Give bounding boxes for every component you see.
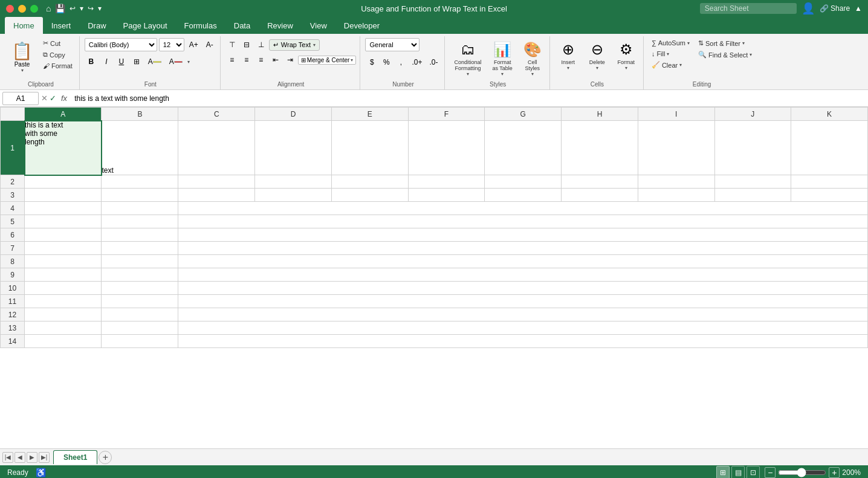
cell-b11[interactable] (102, 295, 178, 308)
cell-c10[interactable] (178, 282, 868, 295)
cell-c12[interactable] (178, 308, 868, 321)
cell-c7[interactable] (178, 242, 868, 255)
wrap-text-dropdown-icon[interactable]: ▾ (313, 42, 316, 48)
format-cell-dropdown[interactable]: ▾ (625, 65, 627, 71)
tab-insert[interactable]: Insert (43, 17, 80, 34)
cell-c6[interactable] (178, 228, 868, 242)
sheet-nav-last[interactable]: ▶| (39, 452, 50, 463)
cell-g1[interactable] (485, 121, 562, 175)
cell-e1[interactable] (331, 121, 408, 175)
nav-back-icon[interactable]: ⌂ (46, 4, 51, 13)
row-header-8[interactable]: 8 (1, 255, 25, 268)
cell-g3[interactable] (485, 189, 562, 202)
col-header-d[interactable]: D (255, 108, 332, 121)
row-header-12[interactable]: 12 (1, 308, 25, 321)
user-icon[interactable]: 👤 (802, 2, 815, 15)
percent-button[interactable]: % (380, 56, 393, 69)
cell-c11[interactable] (178, 295, 868, 308)
delete-button[interactable]: ⊖ Delete ▾ (584, 38, 611, 74)
cell-h1[interactable] (562, 121, 638, 175)
window-controls[interactable]: ⌂ 💾 ↩ ▾ ↪ ▾ (6, 4, 102, 13)
currency-button[interactable]: $ (365, 56, 378, 69)
cell-h3[interactable] (562, 189, 638, 202)
wrap-text-button[interactable]: ↵ Wrap Text ▾ (269, 39, 320, 51)
cell-j2[interactable] (714, 175, 791, 189)
cell-c14[interactable] (178, 335, 868, 348)
cell-d1[interactable] (255, 121, 332, 175)
row-header-5[interactable]: 5 (1, 215, 25, 228)
tab-data[interactable]: Data (225, 17, 259, 34)
sheet-tab-sheet1[interactable]: Sheet1 (53, 450, 97, 464)
cell-d2[interactable] (255, 175, 332, 189)
font-color-button[interactable]: A (166, 55, 186, 68)
save-icon[interactable]: 💾 (55, 4, 65, 13)
sheet-nav-prev[interactable]: ◀ (15, 452, 25, 463)
fill-color-button[interactable]: A (145, 55, 164, 68)
autosum-dropdown[interactable]: ▾ (687, 40, 690, 46)
cell-b5[interactable] (102, 215, 178, 228)
paste-dropdown-icon[interactable]: ▾ (21, 68, 24, 73)
row-header-9[interactable]: 9 (1, 268, 25, 282)
insert-button[interactable]: ⊕ Insert ▾ (555, 38, 581, 74)
font-family-select[interactable]: Calibri (Body) (85, 38, 157, 51)
cell-j3[interactable] (714, 189, 791, 202)
col-header-e[interactable]: E (331, 108, 408, 121)
row-header-13[interactable]: 13 (1, 321, 25, 335)
delete-dropdown[interactable]: ▾ (596, 65, 598, 71)
cell-b6[interactable] (102, 228, 178, 242)
tab-review[interactable]: Review (259, 17, 302, 34)
fill-dropdown[interactable]: ▾ (667, 51, 669, 57)
increase-font-size-button[interactable]: A+ (186, 38, 201, 51)
minimize-button[interactable] (18, 5, 26, 13)
cell-styles-dropdown[interactable]: ▾ (531, 71, 534, 77)
page-layout-view-button[interactable]: ▤ (731, 466, 745, 478)
cell-b4[interactable] (102, 202, 178, 215)
italic-button[interactable]: I (100, 55, 113, 68)
cell-styles-button[interactable]: 🎨 CellStyles ▾ (519, 38, 546, 80)
cell-f2[interactable] (408, 175, 485, 189)
cell-a9[interactable] (25, 268, 102, 282)
share-label[interactable]: 🔗 Share (820, 4, 850, 13)
collapse-ribbon-icon[interactable]: ▲ (855, 4, 862, 13)
cell-j1[interactable] (714, 121, 791, 175)
cell-c1[interactable] (178, 121, 255, 175)
cell-e2[interactable] (331, 175, 408, 189)
cell-k2[interactable] (791, 175, 868, 189)
cell-b12[interactable] (102, 308, 178, 321)
cell-a5[interactable] (25, 215, 102, 228)
cell-c5[interactable] (178, 215, 868, 228)
increase-decimal-button[interactable]: .0+ (409, 56, 425, 69)
cell-k1[interactable] (791, 121, 868, 175)
merge-dropdown-icon[interactable]: ▾ (351, 57, 353, 63)
cell-b10[interactable] (102, 282, 178, 295)
conditional-formatting-dropdown[interactable]: ▾ (467, 71, 469, 77)
add-sheet-button[interactable]: + (99, 451, 112, 464)
increase-indent-button[interactable]: ⇥ (283, 53, 297, 66)
col-header-j[interactable]: J (714, 108, 791, 121)
align-left-button[interactable]: ≡ (225, 53, 239, 66)
formula-input[interactable] (72, 92, 866, 105)
cell-b8[interactable] (102, 255, 178, 268)
cell-c2[interactable] (178, 175, 255, 189)
bold-button[interactable]: B (85, 55, 98, 68)
search-input[interactable] (700, 3, 797, 14)
cut-button[interactable]: ✂ Cut (40, 38, 76, 48)
close-button[interactable] (6, 5, 14, 13)
find-select-dropdown[interactable]: ▾ (750, 52, 752, 57)
cell-b9[interactable] (102, 268, 178, 282)
cell-c4[interactable] (178, 202, 868, 215)
cell-i2[interactable] (638, 175, 714, 189)
cell-a3[interactable] (25, 189, 102, 202)
cell-f3[interactable] (408, 189, 485, 202)
sheet-nav-first[interactable]: |◀ (2, 452, 13, 463)
cell-e3[interactable] (331, 189, 408, 202)
row-header-6[interactable]: 6 (1, 228, 25, 242)
zoom-in-button[interactable]: + (829, 467, 840, 478)
cell-c8[interactable] (178, 255, 868, 268)
cancel-formula-button[interactable]: ✕ (41, 94, 48, 103)
undo-dropdown-icon[interactable]: ▾ (80, 4, 83, 13)
clear-dropdown[interactable]: ▾ (679, 62, 682, 68)
format-painter-button[interactable]: 🖌 Format (40, 61, 76, 71)
cell-a4[interactable] (25, 202, 102, 215)
cell-reference-input[interactable] (2, 92, 39, 105)
